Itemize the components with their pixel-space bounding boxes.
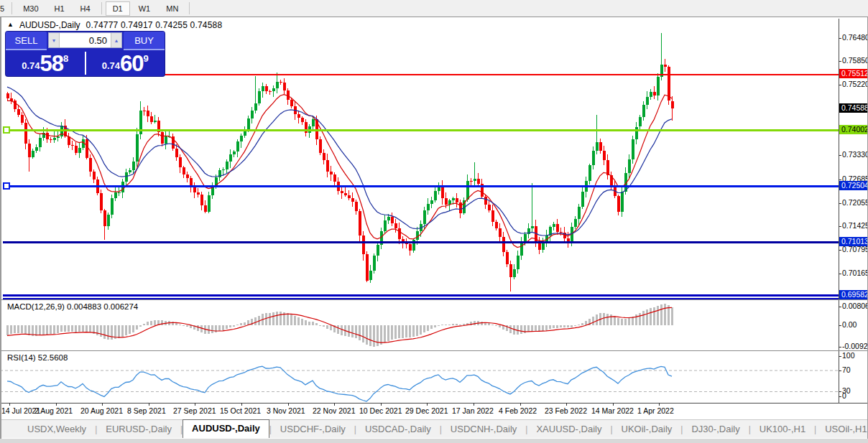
sell-button[interactable]: SELL (6, 32, 47, 50)
price-axis-label: 0.72055 (842, 198, 868, 207)
rsi-pane-separator[interactable] (0, 350, 868, 351)
date-tick (9, 403, 10, 406)
window-left-border (0, 17, 1, 439)
sell-price-pip: 8 (63, 53, 68, 64)
macd-axis-label-tick (839, 307, 841, 307)
down-arrow-icon: ▼ (52, 38, 57, 43)
date-tick (474, 403, 474, 406)
price-axis-label: 0.75220 (842, 80, 868, 89)
date-tick (195, 403, 195, 406)
date-axis-label: 20 Aug 2021 (80, 406, 123, 415)
mt4-window: 5M30H1H4D1W1MN ▲ AUDUSD-,Daily 0.74777 0… (0, 0, 868, 443)
trade-panel-top-row: SELL ▼ 0.50 ▲ BUY (6, 32, 165, 50)
macd-axis-label: 0.008061 (842, 302, 868, 311)
price-tick (839, 85, 841, 85)
price-tick (839, 250, 841, 251)
date-axis-label: 2 Aug 2021 (34, 406, 73, 415)
macd-axis-label-tick (839, 325, 841, 326)
price-axis-label: 0.76480 (842, 33, 868, 42)
price-axis-label: 0.75850 (842, 56, 868, 65)
toolbar-separator (189, 2, 190, 14)
timeframe-button-w1[interactable]: W1 (131, 1, 158, 16)
date-axis-label: 22 Nov 2021 (313, 406, 356, 415)
date-tick (241, 403, 242, 406)
macd-pane-separator[interactable] (0, 299, 868, 300)
price-tick (839, 38, 841, 39)
price-tick (839, 203, 841, 204)
date-tick (102, 403, 103, 406)
date-axis-label: 3 Nov 2021 (267, 406, 305, 415)
timeframe-button-5[interactable]: 5 (0, 1, 8, 16)
date-tick (566, 403, 567, 406)
date-axis-label: 15 Oct 2021 (220, 406, 261, 415)
chart-tab-usdcad[interactable]: USDCAD-,Daily (356, 421, 440, 437)
status-strip (0, 438, 868, 443)
collapse-arrow-icon[interactable]: ▲ (7, 21, 14, 28)
price-tick (839, 226, 841, 227)
price-axis-label: 0.74588 (839, 103, 868, 113)
date-tick (427, 403, 428, 406)
rsi-indicator-label: RSI(14) 52.5608 (7, 353, 68, 362)
date-tick (288, 403, 289, 406)
macd-axis-label: -0.00928 (842, 342, 868, 351)
price-axis-label: 0.71425 (842, 221, 868, 230)
chart-ohlc-values: 0.74777 0.74917 0.74255 0.74588 (86, 20, 223, 30)
chart-tab-bar: USDX,Weekly|EURUSD-,Daily|AUDUSD-,Daily|… (0, 419, 868, 438)
chart-tab-uk100[interactable]: UK100-,H1 (751, 421, 814, 437)
rsi-axis-label: 70 (842, 365, 851, 375)
rsi-axis-label: 0 (842, 391, 846, 401)
one-click-trading-panel: SELL ▼ 0.50 ▲ BUY 0.74588 0.74609 (6, 32, 165, 76)
macd-axis-label-tick (839, 347, 841, 348)
price-axis-label: 0.71013 (839, 237, 868, 246)
timeframe-button-h1[interactable]: H1 (47, 1, 72, 16)
date-tick (659, 403, 660, 406)
date-tick (381, 403, 382, 406)
date-axis-label: 14 Mar 2022 (591, 406, 634, 415)
price-axis-label: 0.74002 (839, 125, 868, 134)
buy-button[interactable]: BUY (124, 32, 165, 50)
price-axis-label: 0.73330 (842, 150, 868, 159)
price-tick (839, 155, 841, 156)
chart-tab-ukoil[interactable]: UKOil-,Daily (613, 421, 681, 437)
price-tick (839, 61, 841, 62)
toolbar-separator (101, 2, 102, 14)
chart-tab-usdx[interactable]: USDX,Weekly (19, 421, 95, 437)
chart-tab-usdchf[interactable]: USDCHF-,Daily (272, 421, 354, 437)
volume-input[interactable]: 0.50 (60, 33, 111, 47)
chart-tab-usdcnh[interactable]: USDCNH-,Daily (442, 421, 525, 437)
sell-price[interactable]: 0.74588 (6, 52, 85, 75)
date-axis-label: 17 Jan 2022 (452, 406, 494, 415)
rsi-axis-label-tick (839, 391, 841, 392)
timeframe-button-mn[interactable]: MN (159, 1, 185, 16)
price-tick (839, 274, 841, 274)
date-tick (520, 403, 521, 406)
volume-decrease-button[interactable]: ▼ (49, 33, 60, 47)
volume-increase-button[interactable]: ▲ (111, 33, 121, 47)
toolbar-separator (11, 2, 12, 14)
date-tick (149, 403, 149, 406)
buy-price[interactable]: 0.74609 (86, 52, 165, 75)
chart-tab-audusd[interactable]: AUDUSD-,Daily (183, 419, 269, 438)
date-tick (334, 403, 335, 406)
up-arrow-icon: ▲ (114, 38, 119, 43)
chart-tab-usoil[interactable]: USOil-,H1 (816, 421, 868, 437)
date-axis-label: 27 Sep 2021 (173, 406, 216, 415)
chart-tab-xauusd[interactable]: XAUUSD-,Daily (527, 421, 610, 437)
chart-symbol-label: AUDUSD-,Daily (19, 20, 80, 30)
chart-tab-dj30[interactable]: DJ30-,Daily (683, 421, 748, 437)
rsi-axis-label-tick (839, 370, 841, 371)
chart-title: ▲ AUDUSD-,Daily 0.74777 0.74917 0.74255 … (7, 20, 222, 30)
date-axis-label: 8 Sep 2021 (127, 406, 166, 415)
timeframe-button-d1[interactable]: D1 (106, 1, 130, 16)
macd-axis-label: 0.00 (842, 320, 857, 330)
timeframe-button-h4[interactable]: H4 (73, 1, 98, 16)
date-axis-label: 23 Feb 2022 (545, 406, 587, 415)
price-axis-label: 0.75512 (839, 69, 868, 78)
price-tick (839, 179, 841, 180)
rsi-axis-label-tick (839, 396, 841, 397)
chart-tab-eurusd[interactable]: EURUSD-,Daily (97, 421, 180, 437)
trade-panel-prices: 0.74588 0.74609 (6, 50, 165, 76)
timeframe-button-m30[interactable]: M30 (16, 1, 45, 16)
date-axis-label: 1 Apr 2022 (637, 406, 674, 415)
timeframe-toolbar: 5M30H1H4D1W1MN (0, 0, 868, 17)
